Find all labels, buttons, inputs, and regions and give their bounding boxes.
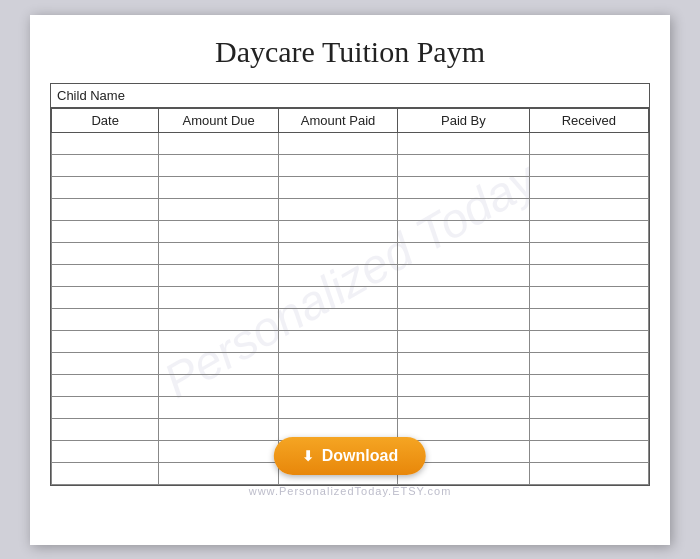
table-cell [278, 176, 397, 198]
table-cell [529, 176, 648, 198]
table-cell [398, 308, 529, 330]
table-cell [159, 352, 278, 374]
table-cell [159, 264, 278, 286]
table-cell [529, 462, 648, 484]
table-cell [159, 242, 278, 264]
page-title: Daycare Tuition Paym [50, 35, 650, 69]
table-cell [159, 330, 278, 352]
table-row [52, 352, 649, 374]
table-row [52, 286, 649, 308]
download-button-container: ⬇ Download [274, 437, 426, 475]
table-cell [52, 418, 159, 440]
table-cell [529, 264, 648, 286]
table-cell [529, 198, 648, 220]
table-cell [52, 154, 159, 176]
table-cell [398, 242, 529, 264]
table-cell [52, 440, 159, 462]
table-cell [529, 352, 648, 374]
table-cell [159, 462, 278, 484]
table-cell [529, 242, 648, 264]
table-cell [159, 418, 278, 440]
table-cell [529, 286, 648, 308]
table-cell [52, 330, 159, 352]
table-cell [529, 374, 648, 396]
table-cell [159, 154, 278, 176]
table-cell [529, 220, 648, 242]
table-cell [278, 264, 397, 286]
col-header-paid-by: Paid By [398, 108, 529, 132]
table-cell [529, 308, 648, 330]
table-cell [278, 220, 397, 242]
table-cell [159, 286, 278, 308]
download-button[interactable]: ⬇ Download [274, 437, 426, 475]
col-header-amount-due: Amount Due [159, 108, 278, 132]
table-cell [278, 308, 397, 330]
table-cell [52, 220, 159, 242]
table-cell [398, 176, 529, 198]
table-cell [529, 132, 648, 154]
col-header-amount-paid: Amount Paid [278, 108, 397, 132]
table-row [52, 154, 649, 176]
table-cell [159, 374, 278, 396]
table-cell [159, 308, 278, 330]
table-cell [52, 462, 159, 484]
table-cell [159, 198, 278, 220]
table-cell [52, 264, 159, 286]
table-cell [52, 242, 159, 264]
payment-table: Date Amount Due Amount Paid Paid By Rece… [51, 108, 649, 485]
table-cell [398, 264, 529, 286]
child-name-row: Child Name [51, 84, 649, 108]
table-cell [52, 286, 159, 308]
table-cell [529, 154, 648, 176]
download-icon: ⬇ [302, 448, 314, 464]
table-row [52, 330, 649, 352]
table-row [52, 198, 649, 220]
download-label: Download [322, 447, 398, 465]
table-cell [278, 154, 397, 176]
table-cell [529, 440, 648, 462]
paper-document: Personalized Today Daycare Tuition Paym … [30, 15, 670, 545]
table-cell [52, 396, 159, 418]
table-cell [398, 396, 529, 418]
table-cell [159, 132, 278, 154]
table-row [52, 308, 649, 330]
table-cell [278, 132, 397, 154]
table-cell [398, 374, 529, 396]
table-row [52, 396, 649, 418]
table-cell [398, 132, 529, 154]
table-row [52, 374, 649, 396]
table-cell [398, 154, 529, 176]
col-header-received: Received [529, 108, 648, 132]
table-row [52, 132, 649, 154]
table-row [52, 176, 649, 198]
table-cell [278, 198, 397, 220]
table-cell [529, 418, 648, 440]
table-cell [278, 352, 397, 374]
table-cell [398, 220, 529, 242]
table-cell [398, 352, 529, 374]
website-watermark-text: www.PersonalizedToday.ETSY.com [249, 485, 452, 497]
table-cell [278, 286, 397, 308]
table-cell [52, 374, 159, 396]
table-cell [278, 396, 397, 418]
table-cell [398, 330, 529, 352]
table-cell [52, 132, 159, 154]
table-cell [278, 374, 397, 396]
table-cell [278, 242, 397, 264]
table-cell [159, 440, 278, 462]
table-cell [398, 286, 529, 308]
col-header-date: Date [52, 108, 159, 132]
table-cell [52, 176, 159, 198]
table-row [52, 220, 649, 242]
table-cell [278, 330, 397, 352]
table-cell [159, 396, 278, 418]
table-cell [52, 308, 159, 330]
table-cell [52, 198, 159, 220]
table-cell [529, 396, 648, 418]
table-cell [52, 352, 159, 374]
table-cell [398, 198, 529, 220]
table-row [52, 242, 649, 264]
main-table-wrapper: Child Name Date Amount Due Amount Paid P… [50, 83, 650, 486]
table-cell [159, 176, 278, 198]
table-cell [529, 330, 648, 352]
